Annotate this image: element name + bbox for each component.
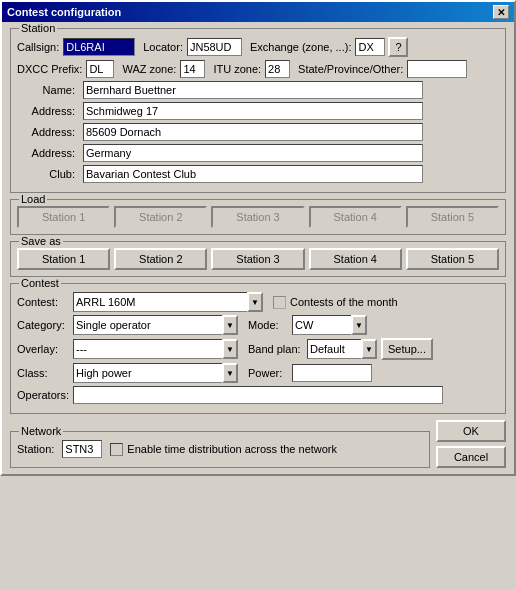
- ok-cancel-buttons: OK Cancel: [436, 420, 506, 468]
- category-input[interactable]: [73, 315, 223, 335]
- network-group: Network Station: Enable time distributio…: [10, 431, 430, 468]
- overlay-label: Overlay:: [17, 343, 69, 355]
- load-station1-button[interactable]: Station 1: [17, 206, 110, 228]
- setup-button[interactable]: Setup...: [381, 338, 433, 360]
- bottom-row: Network Station: Enable time distributio…: [10, 420, 506, 468]
- save-station1-button[interactable]: Station 1: [17, 248, 110, 270]
- address1-row: Address:: [17, 102, 499, 120]
- overlay-row: Overlay: ▼ Band plan: ▼ Setup...: [17, 338, 499, 360]
- category-row: Category: ▼ Mode: ▼: [17, 315, 499, 335]
- locator-input[interactable]: [187, 38, 242, 56]
- operators-row: Operators:: [17, 386, 499, 404]
- name-label: Name:: [17, 84, 75, 96]
- contest-group: Contest Contest: ▼ Contests of the month: [10, 283, 506, 414]
- category-label: Category:: [17, 319, 69, 331]
- network-group-label: Network: [19, 425, 63, 437]
- load-station3-button[interactable]: Station 3: [211, 206, 304, 228]
- cancel-button[interactable]: Cancel: [436, 446, 506, 468]
- title-bar: Contest configuration ✕: [2, 2, 514, 22]
- class-dropdown-btn[interactable]: ▼: [222, 363, 238, 383]
- address3-label: Address:: [17, 147, 75, 159]
- contests-of-month-wrapper: Contests of the month: [273, 296, 402, 309]
- address3-input[interactable]: [83, 144, 423, 162]
- locator-label: Locator:: [143, 41, 183, 53]
- class-row: Class: ▼ Power:: [17, 363, 499, 383]
- mode-dropdown-btn[interactable]: ▼: [351, 315, 367, 335]
- dxcc-row: DXCC Prefix: WAZ zone: ITU zone: State/P…: [17, 60, 499, 78]
- save-station3-button[interactable]: Station 3: [211, 248, 304, 270]
- waz-input[interactable]: [180, 60, 205, 78]
- category-combo: ▼: [73, 315, 238, 335]
- network-row: Station: Enable time distribution across…: [17, 440, 423, 458]
- band-plan-label: Band plan:: [248, 343, 303, 355]
- state-label: State/Province/Other:: [298, 63, 403, 75]
- callsign-row: Callsign: Locator: Exchange (zone, ...):…: [17, 37, 499, 57]
- itu-input[interactable]: [265, 60, 290, 78]
- enable-time-wrapper: Enable time distribution across the netw…: [110, 443, 341, 456]
- itu-label: ITU zone:: [213, 63, 261, 75]
- exchange-label: Exchange (zone, ...):: [250, 41, 352, 53]
- contest-input[interactable]: [73, 292, 248, 312]
- callsign-input[interactable]: [63, 38, 135, 56]
- close-button[interactable]: ✕: [493, 5, 509, 19]
- contests-of-month-label: Contests of the month: [290, 296, 398, 308]
- address2-row: Address:: [17, 123, 499, 141]
- waz-label: WAZ zone:: [122, 63, 176, 75]
- load-station4-button[interactable]: Station 4: [309, 206, 402, 228]
- name-input[interactable]: [83, 81, 423, 99]
- operators-input[interactable]: [73, 386, 443, 404]
- save-station4-button[interactable]: Station 4: [309, 248, 402, 270]
- save-group: Save as Station 1 Station 2 Station 3 St…: [10, 241, 506, 277]
- class-input[interactable]: [73, 363, 223, 383]
- question-button[interactable]: ?: [388, 37, 408, 57]
- class-combo: ▼: [73, 363, 238, 383]
- ok-button[interactable]: OK: [436, 420, 506, 442]
- network-station-label: Station:: [17, 443, 54, 455]
- address2-input[interactable]: [83, 123, 423, 141]
- window-title: Contest configuration: [7, 6, 121, 18]
- save-buttons-row: Station 1 Station 2 Station 3 Station 4 …: [17, 248, 499, 270]
- enable-time-label: Enable time distribution across the netw…: [127, 443, 337, 455]
- load-station5-button[interactable]: Station 5: [406, 206, 499, 228]
- load-station2-button[interactable]: Station 2: [114, 206, 207, 228]
- power-label: Power:: [248, 367, 288, 379]
- overlay-dropdown-btn[interactable]: ▼: [222, 339, 238, 359]
- overlay-combo: ▼: [73, 339, 238, 359]
- power-input[interactable]: [292, 364, 372, 382]
- contest-combo: ▼: [73, 292, 263, 312]
- save-station5-button[interactable]: Station 5: [406, 248, 499, 270]
- state-input[interactable]: [407, 60, 467, 78]
- address3-row: Address:: [17, 144, 499, 162]
- save-group-label: Save as: [19, 235, 63, 247]
- main-window: Contest configuration ✕ Station Callsign…: [0, 0, 516, 476]
- class-label: Class:: [17, 367, 69, 379]
- save-station2-button[interactable]: Station 2: [114, 248, 207, 270]
- network-station-input[interactable]: [62, 440, 102, 458]
- mode-label: Mode:: [248, 319, 288, 331]
- enable-time-checkbox[interactable]: [110, 443, 123, 456]
- band-plan-input[interactable]: [307, 339, 362, 359]
- dxcc-label: DXCC Prefix:: [17, 63, 82, 75]
- load-buttons-row: Station 1 Station 2 Station 3 Station 4 …: [17, 206, 499, 228]
- club-input[interactable]: [83, 165, 423, 183]
- station-group-label: Station: [19, 22, 57, 34]
- overlay-input[interactable]: [73, 339, 223, 359]
- contest-label: Contest:: [17, 296, 69, 308]
- category-dropdown-btn[interactable]: ▼: [222, 315, 238, 335]
- load-group-label: Load: [19, 193, 47, 205]
- exchange-input[interactable]: [355, 38, 385, 56]
- address2-label: Address:: [17, 126, 75, 138]
- operators-label: Operators:: [17, 389, 69, 401]
- mode-input[interactable]: [292, 315, 352, 335]
- club-label: Club:: [17, 168, 75, 180]
- contest-group-label: Contest: [19, 277, 61, 289]
- contest-row: Contest: ▼ Contests of the month: [17, 292, 499, 312]
- mode-combo: ▼: [292, 315, 367, 335]
- dxcc-input[interactable]: [86, 60, 114, 78]
- band-plan-combo: ▼: [307, 339, 377, 359]
- band-plan-dropdown-btn[interactable]: ▼: [361, 339, 377, 359]
- contest-dropdown-btn[interactable]: ▼: [247, 292, 263, 312]
- station-group: Station Callsign: Locator: Exchange (zon…: [10, 28, 506, 193]
- contests-of-month-checkbox[interactable]: [273, 296, 286, 309]
- address1-input[interactable]: [83, 102, 423, 120]
